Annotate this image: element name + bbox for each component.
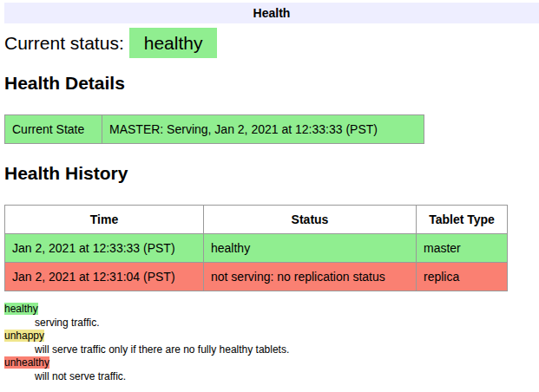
column-header-status: Status	[204, 206, 417, 234]
health-details-heading: Health Details	[4, 73, 539, 94]
history-status-cell: healthy	[204, 234, 417, 263]
current-status-label: Current status:	[4, 33, 124, 53]
current-status-badge: healthy	[129, 28, 218, 58]
legend-term: unhealthy	[4, 356, 539, 370]
history-time-cell: Jan 2, 2021 at 12:31:04 (PST)	[5, 263, 204, 291]
column-header-time: Time	[5, 206, 204, 234]
legend-term-unhappy: unhappy	[4, 330, 44, 342]
history-status-cell: not serving: no replication status	[204, 263, 417, 291]
legend-description-unhealthy: will not serve traffic.	[35, 370, 539, 384]
status-legend: healthy serving traffic. unhappy will se…	[4, 303, 539, 384]
legend-description-healthy: serving traffic.	[35, 317, 539, 330]
health-details-table: Current State MASTER: Serving, Jan 2, 20…	[4, 114, 424, 144]
current-state-value-cell: MASTER: Serving, Jan 2, 2021 at 12:33:33…	[102, 115, 424, 144]
history-row-unhealthy: Jan 2, 2021 at 12:31:04 (PST) not servin…	[5, 263, 508, 291]
legend-term-unhealthy: unhealthy	[4, 356, 49, 369]
current-status-line: Current status:healthy	[4, 33, 539, 54]
health-details-row: Current State MASTER: Serving, Jan 2, 20…	[5, 115, 424, 144]
page-title-bar: Health	[4, 3, 539, 23]
legend-term: healthy	[4, 303, 539, 317]
legend-description-unhappy: will serve traffic only if there are no …	[35, 343, 539, 357]
table-header-row: Time Status Tablet Type	[5, 206, 508, 234]
current-state-label-cell: Current State	[5, 115, 102, 144]
column-header-tablet-type: Tablet Type	[417, 206, 508, 234]
history-row-healthy: Jan 2, 2021 at 12:33:33 (PST) healthy ma…	[5, 234, 508, 263]
history-time-cell: Jan 2, 2021 at 12:33:33 (PST)	[5, 234, 204, 263]
history-tablet-type-cell: replica	[417, 263, 508, 291]
legend-term: unhappy	[4, 330, 539, 343]
history-tablet-type-cell: master	[417, 234, 508, 263]
legend-term-healthy: healthy	[4, 303, 38, 315]
page-title: Health	[253, 6, 291, 20]
health-history-heading: Health History	[4, 163, 539, 184]
health-history-table: Time Status Tablet Type Jan 2, 2021 at 1…	[4, 205, 508, 291]
